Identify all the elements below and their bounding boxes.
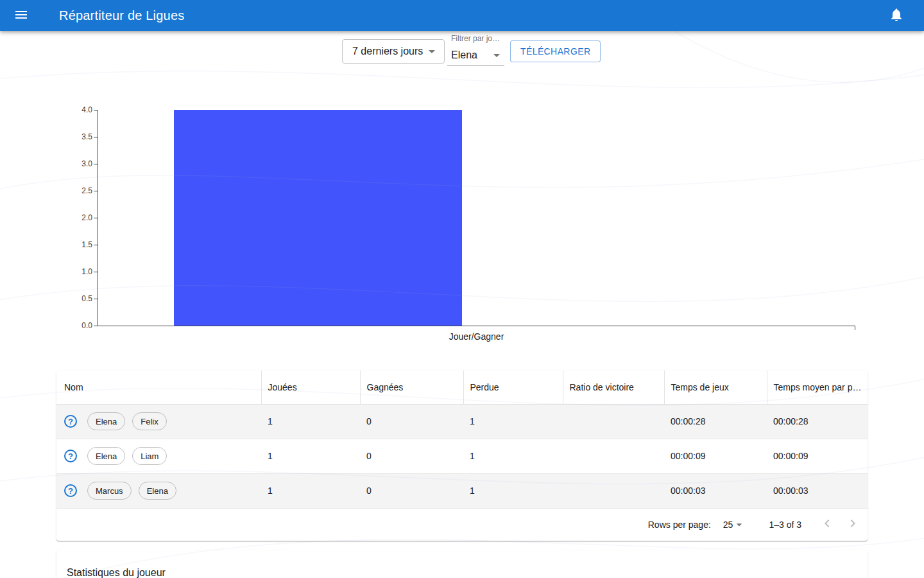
- y-tick-label: 2.0: [63, 214, 92, 222]
- chevron-right-icon: [845, 516, 860, 533]
- help-icon[interactable]: ?: [64, 415, 77, 428]
- player-chip: Marcus: [87, 482, 132, 500]
- page-title: Répartiteur de Ligues: [59, 8, 184, 23]
- x-axis-tick: [855, 326, 855, 330]
- cell-ratio: [563, 473, 664, 508]
- y-tick-label: 2.5: [63, 187, 92, 195]
- cell-perdue: 1: [463, 473, 563, 508]
- results-table: Nom Jouées Gagnées Perdue Ratio de victo…: [56, 371, 868, 509]
- chart-bar: [174, 110, 462, 326]
- player-chip: Elena: [87, 412, 125, 430]
- cell-temps-moyen: 00:00:09: [767, 439, 868, 473]
- y-tick-label: 0.0: [63, 322, 92, 330]
- table-row: ? Elena Felix 1 0 1 00:00:28 00:00:28: [56, 404, 868, 439]
- pagination-range: 1–3 of 3: [769, 520, 801, 530]
- rows-per-page-select[interactable]: 25: [723, 518, 746, 531]
- column-header-ratio: Ratio de victoire: [563, 371, 664, 404]
- table-row: ? Elena Liam 1 0 1 00:00:09 00:00:09: [56, 439, 868, 473]
- column-header-gagnees: Gagnées: [360, 371, 463, 404]
- cell-temps-de-jeux: 00:00:28: [664, 404, 767, 439]
- help-icon[interactable]: ?: [64, 450, 77, 462]
- y-tick-label: 4.0: [63, 106, 92, 114]
- help-icon[interactable]: ?: [64, 484, 77, 497]
- y-tick-label: 3.0: [63, 160, 92, 168]
- y-axis-line: [98, 110, 98, 326]
- cell-perdue: 1: [463, 404, 563, 439]
- cell-jouees: 1: [261, 473, 360, 508]
- cell-temps-de-jeux: 00:00:09: [664, 439, 767, 473]
- cell-gagnees: 0: [360, 473, 463, 508]
- player-chip: Elena: [87, 447, 125, 465]
- player-chip: Elena: [139, 482, 176, 500]
- cell-temps-moyen: 00:00:28: [767, 404, 868, 439]
- rows-per-page-value: 25: [723, 520, 733, 530]
- previous-page-button[interactable]: [814, 512, 840, 538]
- y-tick-label: 0.5: [63, 295, 92, 303]
- column-header-jouees: Jouées: [261, 371, 360, 404]
- rows-per-page-label: Rows per page:: [648, 520, 711, 530]
- hamburger-icon: [13, 7, 29, 24]
- cell-gagnees: 0: [360, 439, 463, 473]
- cell-temps-moyen: 00:00:03: [767, 473, 868, 508]
- cell-gagnees: 0: [360, 404, 463, 439]
- table-pagination: Rows per page: 25 1–3 of 3: [56, 509, 868, 541]
- cell-jouees: 1: [261, 404, 360, 439]
- cell-jouees: 1: [261, 439, 360, 473]
- column-header-perdue: Perdue: [463, 371, 563, 404]
- app-bar: Répartiteur de Ligues: [0, 0, 924, 31]
- y-tick-label: 1.0: [63, 268, 92, 276]
- y-tick-label: 3.5: [63, 133, 92, 141]
- column-header-nom: Nom: [56, 371, 261, 404]
- player-chip: Liam: [132, 447, 167, 465]
- chevron-down-icon: [733, 518, 746, 531]
- chevron-left-icon: [819, 516, 835, 533]
- table-header-row: Nom Jouées Gagnées Perdue Ratio de victo…: [56, 371, 868, 404]
- x-axis-label: Jouer/Gagner: [98, 331, 855, 342]
- results-table-card: Nom Jouées Gagnées Perdue Ratio de victo…: [56, 371, 868, 541]
- cell-temps-de-jeux: 00:00:03: [664, 473, 767, 508]
- player-chip: Felix: [132, 412, 166, 430]
- player-stats-card: Statistiques du joueur: [56, 550, 868, 578]
- bell-icon: [889, 7, 904, 24]
- next-page-button[interactable]: [840, 512, 866, 538]
- column-header-temps-moyen: Temps moyen par p…: [767, 371, 868, 404]
- menu-button[interactable]: [6, 0, 37, 31]
- cell-ratio: [563, 439, 664, 473]
- column-header-temps-de-jeux: Temps de jeux: [664, 371, 767, 404]
- player-stats-title: Statistiques du joueur: [56, 550, 868, 578]
- x-axis-line: [98, 326, 855, 326]
- y-tick-label: 1.5: [63, 241, 92, 249]
- table-row: ? Marcus Elena 1 0 1 00:00:03 00:00:03: [56, 473, 868, 508]
- cell-perdue: 1: [463, 439, 563, 473]
- notifications-button[interactable]: [881, 0, 912, 31]
- cell-ratio: [563, 404, 664, 439]
